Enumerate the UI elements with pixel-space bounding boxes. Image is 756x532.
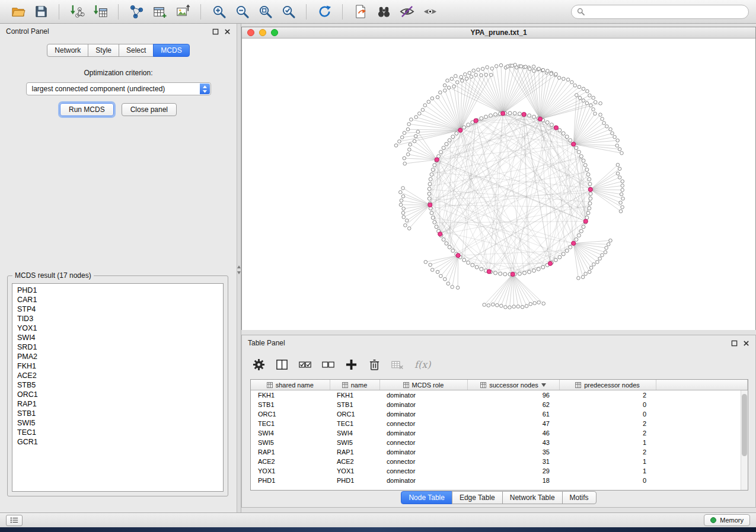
column-header-mcds-role[interactable]: MCDS role [379, 380, 467, 390]
node-table-row[interactable]: FKH1FKH1dominator962 [251, 390, 748, 400]
mcds-result-item[interactable]: STB1 [12, 409, 223, 418]
node-table-row[interactable]: STB1STB1dominator620 [251, 400, 748, 409]
gear-icon [253, 358, 265, 371]
tab-network[interactable]: Network [47, 44, 88, 57]
mcds-result-item[interactable]: CAR1 [12, 295, 223, 305]
network-window-titlebar[interactable]: YPA_prune.txt_1 [242, 27, 755, 39]
network-window-title: YPA_prune.txt_1 [470, 28, 527, 37]
run-mcds-button[interactable]: Run MCDS [60, 103, 114, 116]
plus-icon [345, 358, 358, 371]
float-panel-icon[interactable] [731, 340, 738, 347]
optimization-criterion-select[interactable]: largest connected component (undirected) [26, 82, 211, 95]
splitter-expand-icon[interactable] [237, 271, 241, 274]
tab-mcds[interactable]: MCDS [153, 44, 189, 57]
node-table-row[interactable]: SWI5SWI5connector431 [251, 438, 748, 447]
desktop-background [0, 527, 756, 532]
toolbar-separator [118, 4, 119, 20]
column-header-predecessor-nodes[interactable]: predecessor nodes [559, 380, 656, 390]
column-type-icon [342, 382, 348, 388]
mcds-result-item[interactable]: ACE2 [12, 371, 223, 380]
network-graph[interactable] [242, 39, 755, 330]
node-table-row[interactable]: ORC1ORC1dominator610 [251, 409, 748, 419]
splitter-collapse-icon[interactable] [237, 265, 241, 268]
node-table-row[interactable]: TEC1TEC1connector472 [251, 419, 748, 428]
mcds-result-item[interactable]: PMA2 [12, 352, 223, 361]
function-builder-icon[interactable]: f(x) [414, 359, 430, 370]
delete-column-button[interactable] [368, 358, 381, 371]
optimization-criterion-label: Optimization criterion: [0, 69, 237, 77]
tab-network-table[interactable]: Network Table [502, 491, 563, 504]
node-table-row[interactable]: YOX1YOX1connector291 [251, 466, 748, 476]
table-options-button[interactable] [253, 358, 265, 371]
import-network-button[interactable] [66, 2, 88, 21]
show-details-button[interactable] [419, 2, 441, 21]
column-header-shared-name[interactable]: shared name [251, 380, 330, 390]
memory-status-icon [710, 517, 716, 523]
node-table-row[interactable]: RAP1RAP1dominator352 [251, 447, 748, 457]
column-type-icon [267, 382, 273, 388]
status-bar: Memory [0, 512, 756, 527]
hide-details-button[interactable] [396, 2, 417, 21]
close-panel-icon[interactable] [743, 340, 749, 347]
tab-node-table[interactable]: Node Table [401, 491, 452, 504]
mcds-result-item[interactable]: FKH1 [12, 361, 223, 371]
mcds-result-item[interactable]: YOX1 [12, 323, 223, 333]
mcds-result-list[interactable]: PHD1CAR1STP4TID3YOX1SWI4SRD1PMA2FKH1ACE2… [12, 283, 224, 492]
delete-table-button[interactable] [391, 358, 404, 371]
search-input[interactable] [588, 7, 743, 17]
table-scrollbar[interactable] [741, 390, 748, 490]
mcds-result-item[interactable]: STP4 [12, 305, 223, 314]
search-network-button[interactable] [373, 2, 394, 21]
mcds-result-item[interactable]: RAP1 [12, 399, 223, 409]
mcds-result-item[interactable]: SWI4 [12, 333, 223, 342]
share-document-button[interactable] [350, 2, 371, 21]
open-file-button[interactable] [7, 2, 28, 21]
deselect-all-button[interactable] [322, 358, 334, 371]
select-all-button[interactable] [299, 358, 311, 371]
mcds-result-item[interactable]: SRD1 [12, 342, 223, 352]
mcds-result-item[interactable]: SWI5 [12, 418, 223, 428]
column-header-name[interactable]: name [330, 380, 379, 390]
tab-select[interactable]: Select [119, 44, 154, 57]
create-column-button[interactable] [345, 358, 358, 371]
show-columns-button[interactable] [276, 358, 288, 371]
mcds-result-item[interactable]: PHD1 [12, 286, 223, 295]
mcds-result-item[interactable]: GCR1 [12, 437, 223, 447]
column-header-successor-nodes[interactable]: successor nodes [467, 380, 559, 390]
task-history-button[interactable] [6, 515, 23, 526]
new-network-button[interactable] [126, 2, 147, 21]
close-panel-icon[interactable] [224, 28, 231, 35]
window-zoom-icon[interactable] [271, 29, 278, 36]
window-minimize-icon[interactable] [259, 29, 266, 36]
search-box[interactable] [571, 5, 749, 19]
zoom-out-button[interactable] [231, 2, 253, 21]
new-table-button[interactable] [149, 2, 170, 21]
vertical-splitter[interactable] [237, 24, 241, 512]
node-table-row[interactable]: PHD1PHD1dominator180 [251, 476, 748, 485]
memory-button[interactable]: Memory [704, 514, 750, 526]
node-table-row[interactable]: ACE2ACE2connector311 [251, 457, 748, 466]
zoom-selected-button[interactable] [277, 2, 299, 21]
zoom-in-button[interactable] [208, 2, 229, 21]
table-tabs: Node Table Edge Table Network Table Moti… [242, 491, 755, 504]
node-table-row[interactable]: SWI4SWI4dominator462 [251, 428, 748, 438]
column-header-filler [656, 380, 748, 390]
tab-edge-table[interactable]: Edge Table [452, 491, 503, 504]
columns-icon [276, 358, 288, 371]
float-panel-icon[interactable] [212, 28, 219, 35]
close-panel-button[interactable]: Close panel [122, 103, 177, 116]
import-table-button[interactable] [90, 2, 111, 21]
mcds-result-item[interactable]: TID3 [12, 314, 223, 323]
scrollbar-thumb[interactable] [742, 394, 747, 456]
tab-style[interactable]: Style [88, 44, 119, 57]
export-image-button[interactable] [172, 2, 193, 21]
tab-motifs[interactable]: Motifs [562, 491, 596, 504]
mcds-result-item[interactable]: STB5 [12, 380, 223, 390]
refresh-view-button[interactable] [314, 2, 335, 21]
save-session-button[interactable] [30, 2, 52, 21]
window-close-icon[interactable] [247, 29, 254, 36]
zoom-fit-button[interactable] [254, 2, 276, 21]
mcds-result-item[interactable]: ORC1 [12, 390, 223, 399]
node-table: shared name name MCDS role successor nod… [250, 379, 748, 491]
mcds-result-item[interactable]: TEC1 [12, 428, 223, 437]
